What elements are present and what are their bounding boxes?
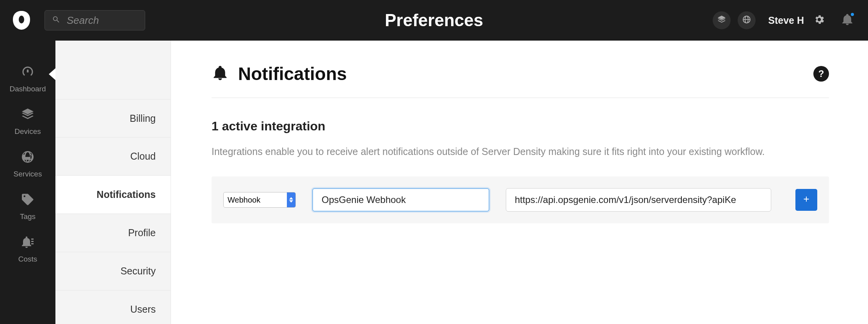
integration-url-input[interactable] bbox=[506, 188, 771, 212]
nav-label: Dashboard bbox=[10, 85, 46, 93]
topbar-right: Steve H bbox=[713, 11, 854, 29]
page-title: Notifications bbox=[238, 63, 813, 84]
tag-icon bbox=[21, 192, 35, 208]
globe-button[interactable] bbox=[738, 11, 756, 29]
main-content: Notifications ? 1 active integration Int… bbox=[171, 41, 868, 324]
section-title: 1 active integration bbox=[212, 119, 829, 134]
search-box[interactable] bbox=[44, 10, 145, 30]
sidebar-item-billing[interactable]: Billing bbox=[55, 99, 171, 137]
nav-devices[interactable]: Devices bbox=[0, 103, 55, 146]
integration-type-select[interactable]: Webhook bbox=[223, 192, 296, 208]
nav-rail: Dashboard Devices Services Tags Costs bbox=[0, 41, 55, 324]
bell-icon bbox=[841, 21, 854, 27]
nav-label: Tags bbox=[20, 212, 36, 221]
section-description: Integrations enable you to receive alert… bbox=[212, 144, 829, 159]
nav-label: Devices bbox=[14, 127, 41, 136]
nav-label: Costs bbox=[18, 255, 37, 263]
help-button[interactable]: ? bbox=[813, 66, 829, 82]
sidebar-item-users[interactable]: Users bbox=[55, 290, 171, 324]
settings-button[interactable] bbox=[813, 14, 825, 27]
nav-services[interactable]: Services bbox=[0, 146, 55, 189]
gear-icon bbox=[813, 20, 825, 27]
sidebar-item-cloud[interactable]: Cloud bbox=[55, 137, 171, 176]
nav-costs[interactable]: Costs bbox=[0, 231, 55, 274]
nav-tags[interactable]: Tags bbox=[0, 189, 55, 231]
layers-icon bbox=[717, 15, 726, 26]
app-logo[interactable] bbox=[10, 9, 33, 32]
sidebar-item-profile[interactable]: Profile bbox=[55, 214, 171, 252]
bell-icon bbox=[212, 64, 229, 83]
nav-label: Services bbox=[14, 170, 42, 178]
main-header: Notifications ? bbox=[212, 63, 829, 98]
sidebar-item-security[interactable]: Security bbox=[55, 252, 171, 290]
sidebar-item-notifications[interactable]: Notifications bbox=[55, 176, 171, 214]
integration-row: Webhook bbox=[212, 176, 829, 223]
plus-icon bbox=[802, 195, 811, 205]
user-name[interactable]: Steve H bbox=[763, 15, 806, 26]
search-input[interactable] bbox=[67, 14, 194, 27]
stack-icon bbox=[21, 107, 35, 123]
page-context-title: Preferences bbox=[385, 11, 483, 30]
layers-button[interactable] bbox=[713, 11, 731, 29]
globe-icon bbox=[21, 150, 35, 166]
nav-dashboard[interactable]: Dashboard bbox=[0, 61, 55, 103]
svg-point-0 bbox=[19, 16, 24, 23]
bell-lines-icon bbox=[21, 235, 35, 251]
notification-indicator bbox=[850, 12, 855, 17]
add-integration-button[interactable] bbox=[795, 189, 817, 211]
search-icon bbox=[52, 15, 67, 25]
topbar: Preferences Steve H bbox=[0, 0, 868, 41]
notifications-button[interactable] bbox=[841, 13, 854, 28]
integration-name-input[interactable] bbox=[312, 188, 489, 212]
gauge-icon bbox=[21, 65, 35, 81]
integration-type-select-wrap: Webhook bbox=[223, 192, 296, 208]
globe-icon bbox=[742, 15, 751, 26]
preferences-sidebar: Billing Cloud Notifications Profile Secu… bbox=[55, 41, 171, 324]
